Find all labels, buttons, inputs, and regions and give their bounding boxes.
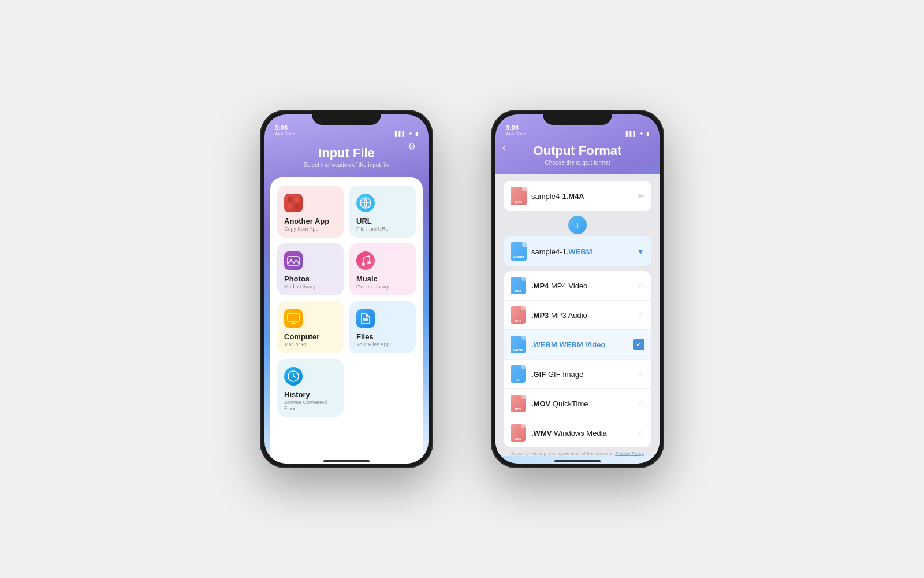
tile-computer[interactable]: Computer Mac or PC — [277, 301, 344, 353]
format-webm[interactable]: WEBM .WEBM WEBM Video ✓ — [504, 330, 651, 360]
music-subtitle: iTunes Library — [356, 284, 409, 290]
format-mp3-label: .MP3 MP3 Audio — [531, 311, 631, 320]
page-subtitle-2: Choose the output format — [507, 160, 648, 166]
phone1-header: ⚙ Input File Select the location of the … — [264, 140, 429, 177]
output-file-name: sample4-1.WEBM — [531, 247, 632, 256]
computer-icon — [284, 309, 303, 328]
wifi-icon-2: ✦ — [639, 131, 644, 136]
history-title: History — [284, 390, 337, 399]
format-wmv[interactable]: WMV .WMV Windows Media ☆ — [504, 418, 651, 447]
format-gif-label: .GIF GIF Image — [531, 370, 631, 379]
files-title: Files — [356, 332, 409, 341]
url-title: URL — [356, 217, 409, 225]
signal-icon-2: ▌▌▌ — [626, 131, 637, 136]
format-mov-label: .MOV QuickTime — [531, 399, 631, 408]
notch2 — [543, 110, 612, 125]
tile-row-1: Another App Copy from App — [277, 186, 416, 238]
history-icon — [284, 367, 303, 386]
scene: 3:06 App Store ▌▌▌ ✦ ▮ ⚙ Input File Sele… — [0, 0, 924, 578]
edit-icon[interactable]: ✏ — [638, 191, 644, 201]
phone1-screen: 3:06 App Store ▌▌▌ ✦ ▮ ⚙ Input File Sele… — [264, 114, 429, 464]
down-arrow-circle: ↓ — [568, 216, 587, 234]
battery-icon-1: ▮ — [415, 131, 418, 136]
tile-another-app[interactable]: Another App Copy from App — [277, 186, 344, 238]
gear-icon[interactable]: ⚙ — [405, 141, 418, 154]
another-app-icon — [284, 194, 303, 212]
music-icon — [356, 251, 375, 270]
svg-rect-9 — [288, 314, 299, 321]
dropdown-arrow[interactable]: ▼ — [636, 247, 644, 256]
svg-rect-3 — [295, 204, 299, 209]
music-title: Music — [356, 275, 409, 283]
svg-rect-0 — [288, 197, 292, 202]
format-wmv-label: .WMV Windows Media — [531, 429, 631, 438]
home-indicator-2 — [554, 460, 601, 462]
photos-icon — [284, 251, 303, 270]
tile-history[interactable]: History Browse Converted Files — [277, 359, 344, 417]
format-webm-icon: WEBM — [511, 336, 526, 353]
format-mp3-star[interactable]: ☆ — [637, 310, 644, 320]
tile-row-2: Photos Media Library Musi — [277, 243, 416, 295]
back-button[interactable]: ‹ — [502, 141, 506, 153]
privacy-link[interactable]: Privacy Policy — [615, 451, 644, 456]
history-subtitle: Browse Converted Files — [284, 399, 337, 411]
tile-url[interactable]: URL File from URL — [349, 186, 416, 238]
format-mov[interactable]: MOV .MOV QuickTime ☆ — [504, 389, 651, 418]
format-mp4[interactable]: MP4 .MP4 MP4 Video ☆ — [504, 271, 651, 301]
format-mp3[interactable]: MP3 .MP3 MP3 Audio ☆ — [504, 301, 651, 330]
status-store-1: App Store — [275, 131, 296, 136]
format-wmv-star[interactable]: ☆ — [637, 428, 644, 438]
output-file-row[interactable]: WEBM sample4-1.WEBM ▼ — [504, 236, 651, 266]
another-app-title: Another App — [284, 217, 337, 225]
url-subtitle: File from URL — [356, 226, 409, 232]
format-gif[interactable]: GIF .GIF GIF Image ☆ — [504, 360, 651, 389]
another-app-subtitle: Copy from App — [284, 226, 337, 232]
home-indicator-1 — [323, 460, 370, 462]
status-store-2: App Store — [506, 131, 527, 136]
svg-point-8 — [367, 261, 371, 264]
tile-row-4: History Browse Converted Files — [277, 359, 416, 417]
format-mp3-icon: MP3 — [511, 306, 526, 324]
input-file-row[interactable]: M4A sample4-1.M4A ✏ — [504, 181, 651, 211]
page-subtitle-1: Select the location of the input file — [276, 162, 417, 168]
phone2-header: ‹ Output Format Choose the output format — [495, 140, 660, 174]
format-mov-icon: MOV — [511, 395, 526, 412]
tile-photos[interactable]: Photos Media Library — [277, 243, 344, 295]
notch1 — [312, 110, 381, 125]
photos-title: Photos — [284, 275, 337, 283]
phone2-screen: 3:06 App Store ▌▌▌ ✦ ▮ ‹ Output Format C… — [495, 114, 660, 464]
format-wmv-icon: WMV — [511, 424, 526, 442]
format-mp4-label: .MP4 MP4 Video — [531, 281, 631, 290]
phone2-content: M4A sample4-1.M4A ✏ ↓ WEBM — [495, 174, 660, 456]
input-file-icon: M4A — [511, 187, 527, 205]
page-title-2: Output Format — [507, 143, 648, 158]
computer-title: Computer — [284, 332, 337, 341]
photos-subtitle: Media Library — [284, 284, 337, 290]
svg-point-7 — [362, 262, 365, 266]
format-list: MP4 .MP4 MP4 Video ☆ MP3 — [504, 271, 651, 447]
computer-subtitle: Mac or PC — [284, 342, 337, 347]
status-time-1: 3:06 — [275, 124, 288, 131]
output-file-icon: WEBM — [511, 242, 527, 261]
phone1: 3:06 App Store ▌▌▌ ✦ ▮ ⚙ Input File Sele… — [260, 110, 433, 468]
tile-files[interactable]: Files Your Files App — [349, 301, 416, 353]
battery-icon-2: ▮ — [646, 131, 649, 136]
status-icons-1: ▌▌▌ ✦ ▮ — [395, 131, 418, 136]
format-webm-check[interactable]: ✓ — [633, 339, 644, 350]
format-mov-star[interactable]: ☆ — [637, 399, 644, 408]
format-mp4-icon: MP4 — [511, 277, 526, 294]
format-gif-star[interactable]: ☆ — [637, 369, 644, 379]
convert-arrow: ↓ — [504, 216, 651, 234]
svg-rect-1 — [295, 197, 299, 202]
format-webm-label: .WEBM WEBM Video — [531, 340, 627, 349]
svg-rect-2 — [288, 204, 292, 209]
input-file-name: sample4-1.M4A — [531, 192, 633, 201]
page-title-1: Input File — [276, 146, 417, 161]
tile-music[interactable]: Music iTunes Library — [349, 243, 416, 295]
tile-row-3: Computer Mac or PC — [277, 301, 416, 353]
status-icons-2: ▌▌▌ ✦ ▮ — [626, 131, 649, 136]
input-file-icon-label: M4A — [515, 200, 523, 203]
wifi-icon-1: ✦ — [408, 131, 413, 136]
phone2: 3:06 App Store ▌▌▌ ✦ ▮ ‹ Output Format C… — [491, 110, 664, 468]
format-mp4-star[interactable]: ☆ — [637, 281, 644, 290]
